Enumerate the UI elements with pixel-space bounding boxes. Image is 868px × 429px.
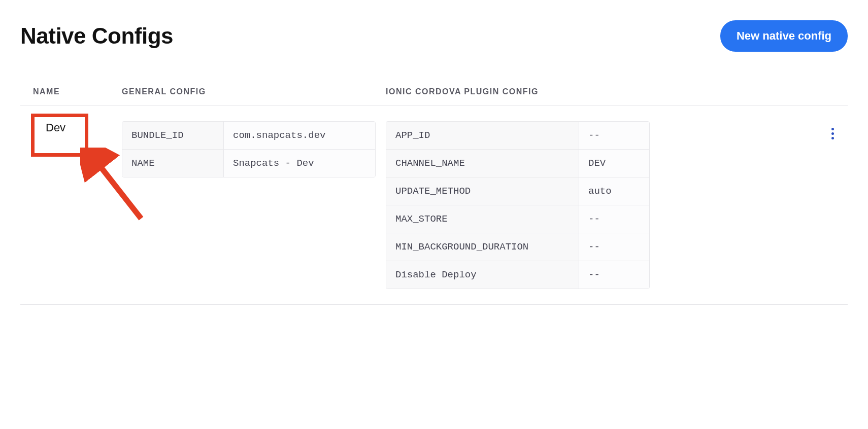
config-key: UPDATE_METHOD <box>386 177 579 205</box>
table-row: Disable Deploy -- <box>386 261 649 289</box>
plugin-config-table: APP_ID -- CHANNEL_NAME DEV UPDATE_METHOD… <box>386 121 650 289</box>
config-key: APP_ID <box>386 122 579 149</box>
config-value: -- <box>579 205 649 233</box>
new-native-config-button[interactable]: New native config <box>720 20 848 52</box>
config-key: NAME <box>122 150 224 177</box>
column-header-plugin: IONIC CORDOVA PLUGIN CONFIG <box>386 87 817 96</box>
table-header-row: NAME GENERAL CONFIG IONIC CORDOVA PLUGIN… <box>20 87 848 106</box>
config-value: DEV <box>579 150 649 177</box>
table-row: MIN_BACKGROUND_DURATION -- <box>386 233 649 261</box>
config-row: Dev BUNDLE_ID com.snapcats.dev NAME Snap… <box>20 106 848 305</box>
config-key: Disable Deploy <box>386 261 579 289</box>
more-options-icon[interactable] <box>829 125 837 289</box>
config-value: com.snapcats.dev <box>224 122 375 149</box>
config-value: -- <box>579 233 649 261</box>
config-value: auto <box>579 177 649 205</box>
config-name: Dev <box>33 121 122 134</box>
column-header-general: GENERAL CONFIG <box>122 87 386 96</box>
config-value: -- <box>579 261 649 289</box>
config-value: -- <box>579 122 649 149</box>
table-row: BUNDLE_ID com.snapcats.dev <box>122 122 375 150</box>
table-row: NAME Snapcats - Dev <box>122 150 375 177</box>
config-key: MAX_STORE <box>386 205 579 233</box>
table-row: UPDATE_METHOD auto <box>386 177 649 205</box>
page-title: Native Configs <box>20 23 173 49</box>
table-row: MAX_STORE -- <box>386 205 649 233</box>
config-key: BUNDLE_ID <box>122 122 224 149</box>
table-row: CHANNEL_NAME DEV <box>386 150 649 177</box>
table-row: APP_ID -- <box>386 122 649 150</box>
column-header-name: NAME <box>20 87 122 96</box>
config-key: MIN_BACKGROUND_DURATION <box>386 233 579 261</box>
config-value: Snapcats - Dev <box>224 150 375 177</box>
annotation-highlight-box <box>31 114 88 157</box>
general-config-table: BUNDLE_ID com.snapcats.dev NAME Snapcats… <box>122 121 376 177</box>
config-key: CHANNEL_NAME <box>386 150 579 177</box>
